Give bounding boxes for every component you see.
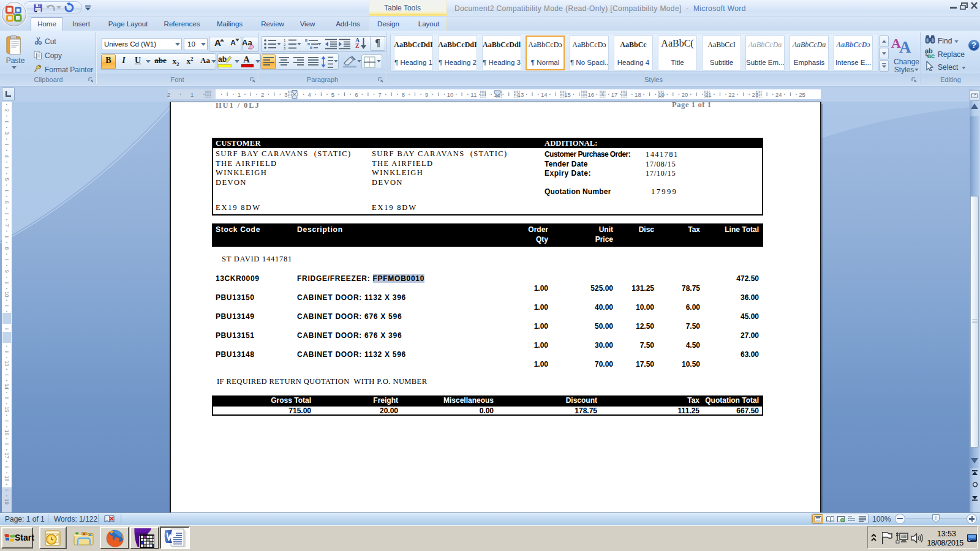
svg-text:22: 22 (728, 91, 735, 98)
svg-text:11: 11 (470, 91, 477, 98)
svg-text:13: 13 (4, 361, 10, 367)
svg-text:24: 24 (775, 91, 782, 98)
svg-text:25: 25 (799, 91, 805, 98)
svg-text:9: 9 (425, 91, 428, 98)
svg-text:2: 2 (261, 91, 264, 98)
svg-text:15: 15 (4, 407, 10, 413)
svg-text:6: 6 (355, 91, 358, 98)
svg-text:3: 3 (284, 47, 286, 50)
svg-text:14: 14 (541, 91, 548, 98)
svg-text:18: 18 (635, 91, 641, 98)
svg-text:8: 8 (4, 247, 10, 250)
svg-text:1: 1 (284, 39, 286, 42)
svg-text:5: 5 (331, 91, 334, 98)
svg-text:8: 8 (402, 91, 405, 98)
svg-text:2: 2 (167, 91, 170, 98)
svg-text:4: 4 (308, 91, 311, 98)
svg-text:16: 16 (4, 430, 10, 436)
svg-text:7: 7 (378, 91, 381, 98)
svg-text:20: 20 (682, 91, 688, 98)
svg-text:18: 18 (4, 476, 10, 482)
svg-text:7: 7 (4, 224, 10, 227)
svg-text:6: 6 (4, 201, 10, 204)
svg-text:3: 3 (4, 132, 10, 135)
svg-text:14: 14 (4, 383, 10, 389)
svg-text:1: 1 (238, 91, 241, 98)
svg-text:2: 2 (4, 109, 10, 112)
svg-text:10: 10 (4, 291, 10, 298)
svg-text:10: 10 (447, 91, 454, 98)
svg-text:17: 17 (4, 452, 10, 459)
svg-text:4: 4 (4, 155, 10, 158)
svg-text:3: 3 (284, 91, 287, 98)
svg-text:19: 19 (4, 498, 10, 504)
svg-text:13: 13 (518, 91, 524, 98)
svg-text:2: 2 (284, 43, 286, 47)
svg-text:1: 1 (190, 91, 194, 98)
svg-text:9: 9 (4, 270, 10, 273)
svg-text:5: 5 (4, 178, 10, 181)
svg-text:17: 17 (611, 91, 618, 98)
svg-text:16: 16 (588, 91, 595, 98)
